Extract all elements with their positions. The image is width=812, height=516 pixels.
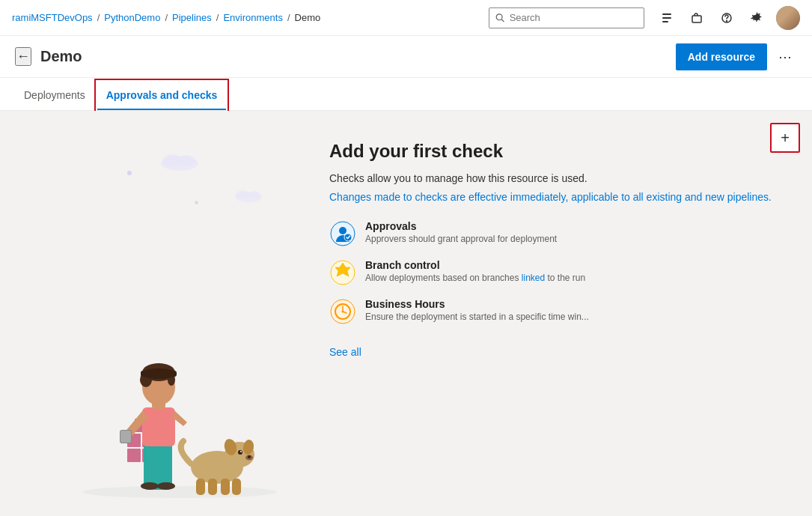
cloud-decorations bbox=[0, 126, 314, 238]
linked-link[interactable]: linked bbox=[522, 273, 545, 283]
see-all-link[interactable]: See all bbox=[329, 346, 361, 358]
tab-deployments[interactable]: Deployments bbox=[15, 82, 94, 110]
nav-icons bbox=[656, 6, 800, 30]
svg-point-14 bbox=[127, 171, 132, 175]
more-options-button[interactable]: ⋯ bbox=[773, 45, 797, 69]
approvals-icon bbox=[329, 220, 356, 247]
svg-rect-47 bbox=[208, 479, 217, 495]
svg-point-7 bbox=[727, 20, 727, 21]
branch-control-text: Branch control Allow deployments based o… bbox=[365, 259, 585, 283]
approvals-text: Approvals Approvers should grant approva… bbox=[365, 220, 557, 244]
breadcrumb-environments[interactable]: Environments bbox=[223, 12, 282, 23]
svg-point-8 bbox=[161, 156, 198, 171]
info-panel: Add your first check Checks allow you to… bbox=[314, 111, 812, 516]
illustration-area bbox=[0, 111, 314, 516]
branch-control-title: Branch control bbox=[365, 259, 585, 271]
check-item-business-hours: Business Hours Ensure the deployment is … bbox=[329, 298, 782, 325]
add-check-button[interactable]: + bbox=[770, 123, 800, 153]
add-resource-button[interactable]: Add resource bbox=[676, 43, 767, 70]
breadcrumb-sep-3: / bbox=[216, 12, 219, 23]
breadcrumb-sep-4: / bbox=[287, 12, 290, 23]
breadcrumb-sep-1: / bbox=[97, 12, 100, 23]
branch-control-desc: Allow deployments based on branches link… bbox=[365, 273, 585, 283]
branch-control-icon bbox=[329, 259, 356, 286]
avatar[interactable] bbox=[776, 6, 800, 30]
settings-icon[interactable] bbox=[746, 7, 767, 28]
svg-rect-3 bbox=[662, 17, 671, 19]
info-desc2: Changes made to checks are effective imm… bbox=[329, 189, 782, 205]
page-header: ← Demo Add resource ⋯ bbox=[0, 36, 812, 78]
tab-approvals-and-checks[interactable]: Approvals and checks bbox=[97, 82, 227, 110]
search-icon bbox=[495, 13, 505, 23]
svg-rect-48 bbox=[221, 479, 230, 495]
svg-point-51 bbox=[339, 227, 347, 234]
breadcrumb-ramimsftdevops[interactable]: ramiMSFTDevOps bbox=[12, 12, 93, 23]
info-desc1: Checks allow you to manage how this reso… bbox=[329, 171, 782, 186]
svg-point-27 bbox=[157, 482, 175, 490]
svg-point-11 bbox=[235, 192, 262, 202]
svg-rect-4 bbox=[662, 21, 668, 22]
svg-rect-46 bbox=[196, 479, 205, 495]
svg-point-44 bbox=[238, 450, 242, 455]
check-list: Approvals Approvers should grant approva… bbox=[329, 220, 782, 325]
business-hours-desc: Ensure the deployment is started in a sp… bbox=[365, 312, 589, 322]
search-input[interactable] bbox=[510, 12, 638, 23]
help-icon[interactable] bbox=[716, 7, 737, 28]
breadcrumb-pythondemo[interactable]: PythonDemo bbox=[104, 12, 160, 23]
breadcrumb-current: Demo bbox=[295, 12, 321, 23]
tabs-bar: Deployments Approvals and checks bbox=[0, 78, 812, 111]
svg-rect-5 bbox=[692, 16, 701, 22]
info-heading: Add your first check bbox=[329, 141, 782, 162]
breadcrumb-pipelines[interactable]: Pipelines bbox=[172, 12, 212, 23]
business-hours-text: Business Hours Ensure the deployment is … bbox=[365, 298, 589, 322]
svg-rect-37 bbox=[141, 371, 177, 377]
info-desc2-rest: , applicable to all existing and new pip… bbox=[565, 191, 772, 203]
svg-point-12 bbox=[236, 190, 249, 199]
avatar-image bbox=[776, 6, 800, 30]
main-content: + bbox=[0, 111, 812, 516]
svg-point-16 bbox=[82, 486, 277, 498]
approvals-desc: Approvers should grant approval for depl… bbox=[365, 234, 557, 244]
check-item-branch-control: Branch control Allow deployments based o… bbox=[329, 259, 782, 286]
info-desc2-plain: Changes made to checks are effective bbox=[329, 191, 510, 203]
svg-rect-2 bbox=[662, 13, 671, 15]
info-desc2-highlight: immediately bbox=[510, 191, 566, 203]
check-item-approvals: Approvals Approvers should grant approva… bbox=[329, 220, 782, 247]
svg-point-43 bbox=[248, 455, 251, 458]
svg-point-45 bbox=[240, 451, 242, 452]
task-list-icon[interactable] bbox=[656, 7, 677, 28]
svg-rect-30 bbox=[120, 431, 131, 443]
breadcrumb-sep-2: / bbox=[165, 12, 168, 23]
svg-point-9 bbox=[163, 154, 181, 166]
breadcrumb: ramiMSFTDevOps / PythonDemo / Pipelines … bbox=[12, 12, 483, 23]
back-button[interactable]: ← bbox=[15, 47, 31, 66]
briefcase-icon[interactable] bbox=[686, 7, 707, 28]
svg-point-13 bbox=[248, 191, 260, 198]
svg-rect-17 bbox=[127, 449, 141, 462]
svg-point-10 bbox=[180, 155, 195, 166]
svg-point-15 bbox=[195, 201, 198, 204]
business-hours-icon bbox=[329, 298, 356, 325]
header-actions: Add resource ⋯ bbox=[676, 43, 797, 70]
svg-point-0 bbox=[496, 13, 502, 19]
business-hours-title: Business Hours bbox=[365, 298, 589, 310]
page-title: Demo bbox=[40, 48, 82, 65]
svg-line-1 bbox=[501, 19, 504, 21]
plus-button-container: + bbox=[770, 123, 800, 153]
svg-rect-49 bbox=[232, 479, 241, 495]
svg-point-26 bbox=[141, 482, 159, 490]
top-nav: ramiMSFTDevOps / PythonDemo / Pipelines … bbox=[0, 0, 812, 36]
search-box[interactable] bbox=[489, 7, 644, 28]
approvals-title: Approvals bbox=[365, 220, 557, 232]
svg-rect-28 bbox=[142, 407, 175, 446]
illustration-svg bbox=[30, 291, 284, 501]
page-title-area: ← Demo bbox=[15, 47, 82, 66]
